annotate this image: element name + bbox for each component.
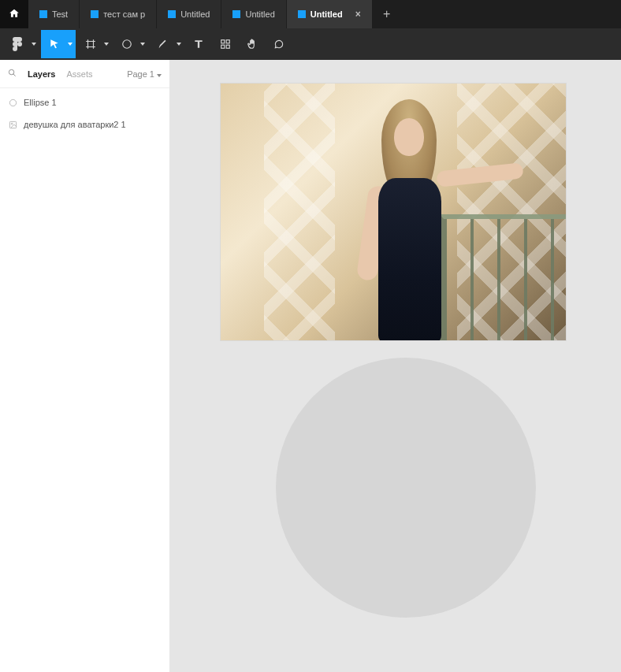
svg-point-6 bbox=[9, 69, 13, 74]
layers-panel: Layers Assets Page 1 Ellipse 1 девушка д… bbox=[0, 60, 170, 672]
image-icon bbox=[8, 121, 17, 129]
assets-tab[interactable]: Assets bbox=[66, 69, 92, 79]
file-tab-label: Untitled bbox=[180, 9, 210, 19]
file-tab-0[interactable]: Test bbox=[28, 0, 80, 28]
new-tab-button[interactable]: + bbox=[373, 0, 401, 28]
chevron-down-icon bbox=[140, 43, 145, 46]
pen-icon bbox=[158, 39, 169, 50]
layer-item-ellipse[interactable]: Ellipse 1 bbox=[0, 91, 169, 113]
tab-bar: Test тест сам р Untitled Untitled Untitl… bbox=[0, 0, 621, 28]
chevron-down-icon bbox=[68, 43, 73, 46]
canvas-ellipse-layer[interactable] bbox=[276, 358, 536, 618]
figma-logo-icon bbox=[13, 37, 22, 51]
main-area: Layers Assets Page 1 Ellipse 1 девушка д… bbox=[0, 60, 621, 672]
ellipse-icon bbox=[121, 39, 132, 50]
home-icon bbox=[9, 8, 20, 20]
resources-tool[interactable] bbox=[213, 30, 238, 58]
search-icon[interactable] bbox=[8, 69, 17, 79]
hand-icon bbox=[247, 39, 258, 50]
layer-list: Ellipse 1 девушка для аватарки2 1 bbox=[0, 88, 169, 139]
photo-figure bbox=[339, 91, 481, 340]
frame-tool[interactable] bbox=[77, 30, 112, 58]
cursor-icon bbox=[49, 39, 60, 50]
svg-point-0 bbox=[17, 42, 22, 46]
text-icon bbox=[193, 39, 204, 50]
main-menu-button[interactable] bbox=[5, 30, 39, 58]
file-tab-label: Untitled bbox=[245, 9, 274, 19]
page-label: Page 1 bbox=[127, 69, 154, 79]
comment-icon bbox=[273, 39, 284, 50]
file-tab-2[interactable]: Untitled bbox=[157, 0, 221, 28]
layer-label: девушка для аватарки2 1 bbox=[24, 120, 126, 129]
canvas[interactable] bbox=[170, 60, 621, 672]
svg-rect-4 bbox=[221, 45, 225, 48]
shape-tool[interactable] bbox=[113, 30, 148, 58]
plus-icon: + bbox=[383, 7, 390, 21]
document-icon bbox=[168, 10, 176, 18]
svg-rect-5 bbox=[226, 45, 229, 48]
toolbar bbox=[0, 28, 621, 60]
layers-tab[interactable]: Layers bbox=[28, 69, 55, 79]
layer-label: Ellipse 1 bbox=[24, 98, 57, 107]
chevron-down-icon bbox=[177, 43, 181, 46]
svg-rect-2 bbox=[221, 40, 225, 43]
ellipse-icon bbox=[8, 98, 17, 107]
resources-icon bbox=[220, 39, 231, 50]
text-tool[interactable] bbox=[186, 30, 211, 58]
document-icon bbox=[39, 10, 47, 18]
canvas-image-layer[interactable] bbox=[221, 84, 566, 340]
page-selector[interactable]: Page 1 bbox=[127, 69, 162, 79]
pen-tool[interactable] bbox=[150, 30, 184, 58]
document-icon bbox=[232, 10, 240, 18]
layer-item-image[interactable]: девушка для аватарки2 1 bbox=[0, 113, 169, 136]
svg-rect-8 bbox=[9, 121, 16, 128]
file-tab-label: Untitled bbox=[310, 9, 343, 19]
hand-tool[interactable] bbox=[240, 30, 265, 58]
frame-icon bbox=[85, 39, 96, 50]
panel-header: Layers Assets Page 1 bbox=[0, 60, 169, 88]
comment-tool[interactable] bbox=[266, 30, 292, 58]
file-tab-label: Test bbox=[52, 9, 68, 19]
svg-point-1 bbox=[123, 40, 132, 49]
file-tab-4[interactable]: Untitled × bbox=[287, 0, 373, 28]
file-tab-1[interactable]: тест сам р bbox=[80, 0, 157, 28]
svg-point-9 bbox=[11, 123, 13, 124]
chevron-down-icon bbox=[157, 69, 162, 79]
svg-point-7 bbox=[9, 99, 16, 106]
home-tab[interactable] bbox=[0, 0, 28, 28]
move-tool[interactable] bbox=[41, 30, 76, 58]
svg-rect-3 bbox=[226, 40, 229, 43]
chevron-down-icon bbox=[32, 43, 36, 46]
file-tab-label: тест сам р bbox=[103, 9, 145, 19]
document-icon bbox=[91, 10, 99, 18]
file-tab-3[interactable]: Untitled bbox=[221, 0, 286, 28]
close-tab-button[interactable]: × bbox=[355, 9, 361, 20]
document-icon bbox=[298, 10, 306, 18]
chevron-down-icon bbox=[104, 43, 109, 46]
